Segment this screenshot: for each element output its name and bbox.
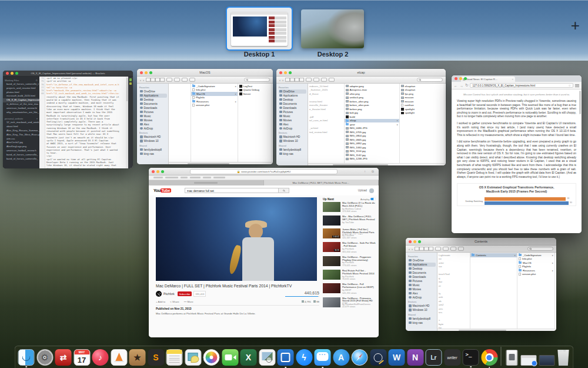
working-file-item[interactable]: band_of_horses_somerville_t <box>3 82 39 87</box>
zoom-button[interactable] <box>418 240 421 243</box>
sidebar-item-airdrop[interactable]: AirDrop <box>139 127 167 131</box>
favorites-bar[interactable] <box>149 175 379 180</box>
safari-address-bar[interactable]: 🔒www.youtube.com/watch?v=RaDcjqSpkHU <box>190 169 338 174</box>
back-button[interactable]: ‹ <box>279 78 280 82</box>
add-to-button[interactable]: + Add to <box>156 300 165 303</box>
close-button[interactable] <box>279 71 282 74</box>
page-scrollbar[interactable] <box>579 91 581 114</box>
dock-icon-minimized-window-dark[interactable] <box>539 355 554 366</box>
dock-icon-trash[interactable] <box>557 350 570 366</box>
sidebar-item-documents[interactable]: Documents <box>279 102 306 106</box>
chevron-down-icon[interactable]: ▾ <box>36 117 38 120</box>
subscribe-button[interactable]: Subscribe <box>178 291 192 296</box>
file-row[interactable]: version.plist <box>191 104 238 108</box>
dock-icon-textedit[interactable] <box>166 349 183 366</box>
dock-icon-minimized-document[interactable] <box>506 350 517 366</box>
share-button[interactable] <box>182 78 188 82</box>
window-controls[interactable] <box>6 72 18 75</box>
zoom-button[interactable] <box>464 77 467 80</box>
tag-button[interactable] <box>458 247 464 251</box>
search-button[interactable] <box>279 188 289 193</box>
action-menu-button[interactable] <box>443 247 449 251</box>
minimize-button[interactable] <box>459 77 462 80</box>
sidebar-item-onedrive[interactable]: OneDrive <box>408 258 436 263</box>
dock-icon-photos[interactable] <box>203 349 220 366</box>
sidebar-item-music[interactable]: Music <box>279 114 306 118</box>
file-row[interactable]: version.plist <box>517 273 554 277</box>
sidebar-item-king-nas[interactable]: king-nas <box>408 321 436 325</box>
dock-icon-messages[interactable] <box>315 349 331 366</box>
project-file-item[interactable]: about.html <box>3 125 39 129</box>
code-editor[interactable]: <p>I am so pleased.</p><p>I've written <… <box>45 77 126 168</box>
view-switcher[interactable] <box>285 78 304 82</box>
back-button[interactable]: ← <box>454 84 458 88</box>
dock-icon-app-store[interactable]: A <box>333 349 349 366</box>
search-field[interactable] <box>527 247 553 251</box>
sidebar-item-desktop[interactable]: Desktop <box>408 267 436 271</box>
desktop-1-thumbnail[interactable] <box>227 8 292 49</box>
project-file-item[interactable]: band_of_horses_somerville_ <box>3 157 39 161</box>
search-field[interactable] <box>417 78 443 82</box>
zoom-button[interactable] <box>149 71 152 74</box>
minimize-button[interactable] <box>156 170 159 173</box>
horizontal-scrollbar[interactable] <box>308 163 446 165</box>
suggested-video[interactable]: Mac DeMarco @ La Route du Rock 2014 (FUL… <box>323 202 376 213</box>
project-file-item[interactable]: Alex_King_Rosario_Summer_ <box>3 129 39 133</box>
window-finder-contents[interactable]: Contents‹›FavoritesOneDriveApplicationsD… <box>406 238 556 331</box>
search-field[interactable] <box>244 78 270 82</box>
window-controls[interactable] <box>409 240 421 243</box>
dock-icon-messenger[interactable]: ϟ <box>296 349 312 366</box>
action-menu-button[interactable] <box>313 78 319 82</box>
autoplay-toggle[interactable] <box>370 198 376 201</box>
dock-icon-quartz-debug[interactable] <box>185 349 201 366</box>
working-file-item[interactable]: projects_and_resume.html <box>3 87 39 91</box>
dock-icon-facetime[interactable] <box>222 349 238 366</box>
window-controls[interactable] <box>279 71 292 74</box>
arrange-button[interactable] <box>435 247 441 251</box>
close-button[interactable] <box>455 77 457 80</box>
sidebar-item-alex[interactable]: Alex <box>279 122 306 127</box>
zoom-button[interactable] <box>289 71 292 74</box>
sidebar-item-alex[interactable]: Alex <box>408 291 436 296</box>
sidebar-item-desktop[interactable]: Desktop <box>139 98 167 102</box>
back-button[interactable]: ‹ <box>140 78 141 82</box>
project-file-item[interactable]: atm.css <box>3 137 39 141</box>
dock-icon-finder[interactable] <box>18 349 35 366</box>
bookmark-item[interactable] <box>181 177 188 179</box>
sidebar-item-downloads[interactable]: Downloads <box>139 106 167 110</box>
working-file-item[interactable]: microsoft_build_2015.html <box>3 94 39 98</box>
dock-icon-system-preferences[interactable]: ⚙ <box>36 349 53 366</box>
dock-icon-word[interactable]: W <box>389 349 405 366</box>
forward-button[interactable]: › <box>143 78 144 82</box>
share-button[interactable] <box>321 78 327 82</box>
avatar[interactable] <box>369 188 374 193</box>
project-file-item[interactable]: american_football_review.h <box>3 149 39 153</box>
window-safari-youtube[interactable]: 🔒www.youtube.com/watch?v=RaDcjqSpkHU ↑ ⧉… <box>149 168 379 337</box>
sidebar-item-documents[interactable]: Documents <box>408 271 436 275</box>
bookmark-item[interactable] <box>190 177 201 179</box>
upload-button[interactable]: Upload <box>358 189 367 192</box>
sidebar-item-documents[interactable]: Documents <box>139 102 167 106</box>
window-controls[interactable] <box>140 71 152 74</box>
dock-icon-excel[interactable]: X <box>240 349 257 366</box>
extension-manager-icon[interactable] <box>129 82 132 85</box>
sidebar-item-windows-10[interactable]: Windows 10 <box>279 139 306 143</box>
file-row[interactable]: Contents▸ <box>470 253 517 257</box>
window-finder-macos[interactable]: MacOS‹›FavoritesOneDriveApplicationsDesk… <box>137 69 273 164</box>
view-switcher[interactable] <box>415 247 433 251</box>
sidebar-item-familydesktop8[interactable]: familydesktop8 <box>279 148 306 152</box>
address-bar[interactable]: 127.0.0.1:59929/OS_X_El_Capitan_Impressi… <box>470 83 573 88</box>
view-switcher[interactable] <box>146 78 165 82</box>
close-button[interactable] <box>409 240 412 243</box>
bookmark-item[interactable] <box>213 177 225 179</box>
sidebar-item-onedrive[interactable]: OneDrive <box>279 89 306 94</box>
horizontal-scrollbar[interactable] <box>169 162 273 164</box>
bookmark-item[interactable] <box>153 177 163 179</box>
sidebar-item-alex[interactable]: Alex <box>139 122 167 127</box>
sidebar-item-windows-10[interactable]: Windows 10 <box>408 308 436 312</box>
dislike-button[interactable]: 98 <box>313 300 319 303</box>
minimize-button[interactable] <box>145 71 148 74</box>
bookmark-item[interactable] <box>203 177 211 179</box>
close-button[interactable] <box>152 170 155 173</box>
sidebar-item-pictures[interactable]: Pictures <box>279 110 306 114</box>
